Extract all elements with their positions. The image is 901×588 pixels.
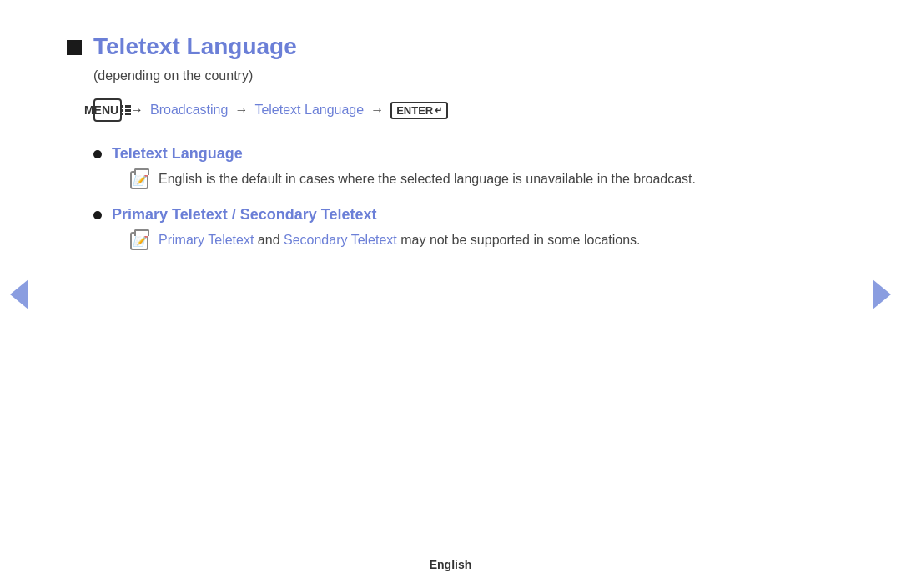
- note-text-2: Primary Teletext and Secondary Teletext …: [159, 230, 641, 250]
- page-title: Teletext Language: [93, 33, 297, 60]
- bullet-icon-2: [93, 211, 102, 219]
- menu-icon: MENU: [93, 98, 122, 122]
- list-item-wrapper-2: Primary Teletext / Secondary Teletext 📝 …: [112, 206, 641, 252]
- page-container: Teletext Language (depending on the coun…: [0, 0, 901, 588]
- teletext-language-label: Teletext Language: [112, 145, 696, 163]
- note-pencil-icon: 📝: [130, 171, 148, 189]
- breadcrumb: MENU → Broadcasting → Teletext Language …: [93, 98, 834, 122]
- content-list: Teletext Language 📝 English is the defau…: [93, 145, 834, 252]
- secondary-teletext-highlight: Secondary Teletext: [284, 233, 397, 247]
- list-item-2: Primary Teletext / Secondary Teletext 📝 …: [93, 206, 834, 252]
- title-square-icon: [67, 40, 82, 55]
- nav-arrow-left[interactable]: [10, 279, 28, 309]
- breadcrumb-arrow-3: →: [370, 103, 384, 118]
- bullet-icon: [93, 150, 102, 158]
- footer-language: English: [430, 558, 472, 571]
- note-end-text: may not be supported in some locations.: [400, 233, 640, 247]
- note-block-2: 📝 Primary Teletext and Secondary Teletex…: [130, 230, 641, 252]
- note-icon-2: 📝: [130, 232, 150, 252]
- note-text-1: English is the default in cases where th…: [159, 169, 696, 189]
- title-row: Teletext Language: [67, 33, 834, 60]
- page-subtitle: (depending on the country): [93, 68, 834, 83]
- primary-secondary-teletext-label: Primary Teletext / Secondary Teletext: [112, 206, 641, 224]
- enter-icon: ENTER↵: [390, 102, 448, 119]
- note-pencil-icon-2: 📝: [130, 232, 148, 250]
- breadcrumb-broadcasting: Broadcasting: [150, 103, 228, 118]
- list-item-wrapper-1: Teletext Language 📝 English is the defau…: [112, 145, 696, 191]
- breadcrumb-arrow-2: →: [234, 103, 248, 118]
- nav-arrow-right[interactable]: [873, 279, 891, 309]
- breadcrumb-arrow-1: →: [130, 103, 143, 118]
- list-item: Teletext Language 📝 English is the defau…: [93, 145, 834, 191]
- breadcrumb-teletext-language: Teletext Language: [254, 103, 364, 118]
- note-and-text: and: [258, 233, 284, 247]
- primary-teletext-highlight: Primary Teletext: [159, 233, 254, 247]
- note-block-1: 📝 English is the default in cases where …: [130, 169, 696, 191]
- note-icon-1: 📝: [130, 171, 150, 191]
